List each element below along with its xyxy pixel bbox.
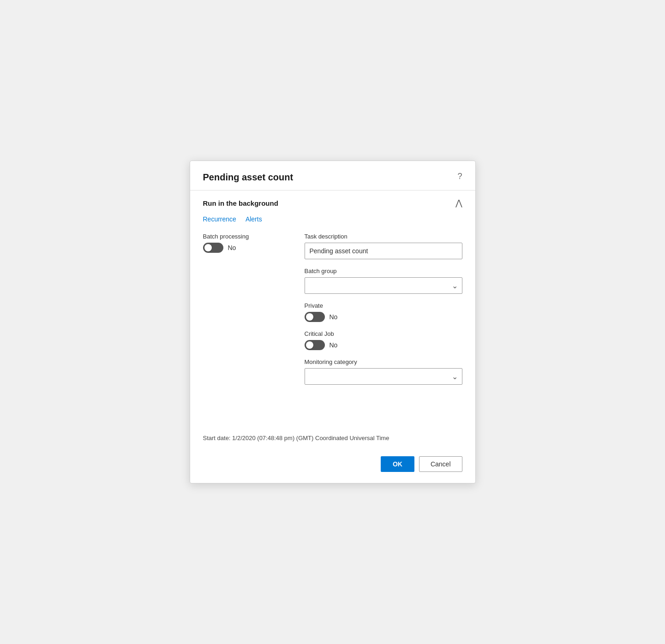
task-description-group: Task description <box>305 233 462 259</box>
batch-processing-toggle-knob <box>204 244 212 251</box>
main-form-row: Batch processing No Task description B <box>203 233 462 393</box>
private-group: Private No <box>305 302 462 322</box>
critical-job-group: Critical Job No <box>305 330 462 350</box>
critical-job-value: No <box>330 341 338 349</box>
section-header[interactable]: Run in the background ⋀ <box>190 191 475 215</box>
critical-job-label: Critical Job <box>305 330 462 337</box>
form-col-right: Task description Batch group Private <box>305 233 462 393</box>
batch-group-select[interactable] <box>305 277 462 294</box>
batch-processing-toggle[interactable] <box>203 243 223 253</box>
cancel-button[interactable]: Cancel <box>419 456 462 472</box>
dialog: Pending asset count ? Run in the backgro… <box>190 161 476 483</box>
task-description-input[interactable] <box>305 243 462 259</box>
batch-group-label: Batch group <box>305 268 462 274</box>
status-bar: Start date: 1/2/2020 (07:48:48 pm) (GMT)… <box>190 427 475 449</box>
tabs-row: Recurrence Alerts <box>190 215 475 233</box>
chevron-up-icon: ⋀ <box>455 198 462 208</box>
critical-job-toggle-group: No <box>305 340 462 350</box>
private-toggle-group: No <box>305 312 462 322</box>
monitoring-category-select-wrapper <box>305 368 462 385</box>
form-area: Batch processing No Task description B <box>190 233 475 427</box>
monitoring-category-select[interactable] <box>305 368 462 385</box>
monitoring-category-label: Monitoring category <box>305 358 462 365</box>
private-label: Private <box>305 302 462 309</box>
batch-group-select-wrapper <box>305 277 462 294</box>
task-description-label: Task description <box>305 233 462 240</box>
batch-processing-label: Batch processing <box>203 233 286 240</box>
monitoring-category-group: Monitoring category <box>305 358 462 385</box>
form-col-left: Batch processing No <box>203 233 286 253</box>
batch-group-group: Batch group <box>305 268 462 294</box>
batch-processing-toggle-group: No <box>203 243 286 253</box>
section-title: Run in the background <box>203 199 278 207</box>
status-text: Start date: 1/2/2020 (07:48:48 pm) (GMT)… <box>203 435 389 441</box>
private-toggle-knob <box>306 313 313 321</box>
dialog-title: Pending asset count <box>203 172 294 183</box>
critical-job-toggle-knob <box>306 341 313 349</box>
private-value: No <box>330 313 338 321</box>
private-toggle[interactable] <box>305 312 325 322</box>
help-icon[interactable]: ? <box>457 172 462 180</box>
dialog-footer: OK Cancel <box>190 449 475 483</box>
tab-alerts[interactable]: Alerts <box>246 215 262 224</box>
batch-processing-value: No <box>228 244 236 251</box>
critical-job-toggle[interactable] <box>305 340 325 350</box>
ok-button[interactable]: OK <box>381 456 414 472</box>
tab-recurrence[interactable]: Recurrence <box>203 215 236 224</box>
dialog-header: Pending asset count ? <box>190 161 475 190</box>
